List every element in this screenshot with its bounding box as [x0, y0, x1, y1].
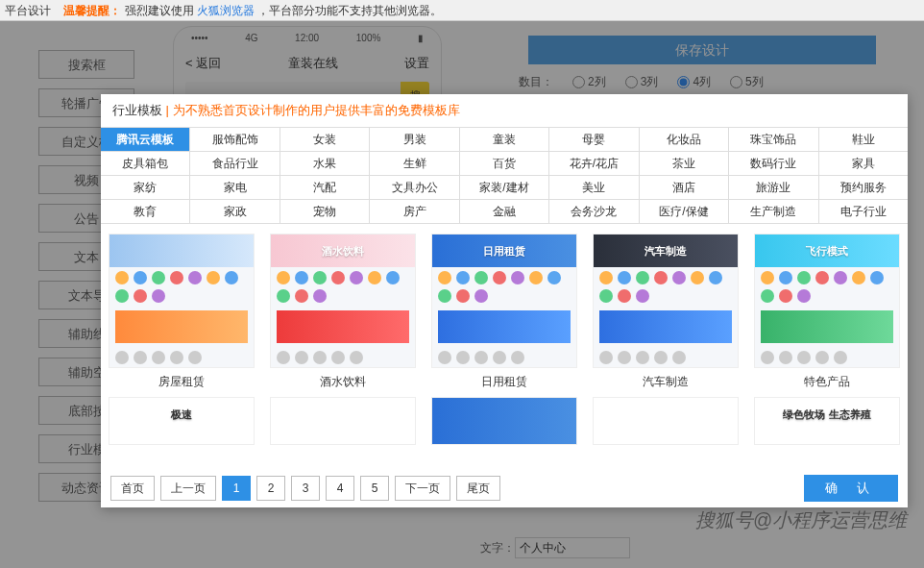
template-thumb[interactable]: 绿色牧场 生态养殖: [754, 397, 900, 445]
category-cell[interactable]: 数码行业: [729, 152, 818, 175]
pager-page[interactable]: 1: [222, 476, 251, 501]
category-cell[interactable]: 鞋业: [819, 128, 908, 151]
category-cell[interactable]: 美业: [549, 176, 639, 199]
pager-page[interactable]: 3: [291, 476, 320, 501]
template-thumb[interactable]: [431, 397, 577, 445]
template-name: 房屋租赁: [109, 374, 255, 389]
category-cell[interactable]: 预约服务: [819, 176, 908, 199]
category-cell[interactable]: 家装/建材: [460, 176, 549, 199]
category-cell[interactable]: 腾讯云模板: [101, 128, 190, 151]
pager-next[interactable]: 下一页: [395, 476, 450, 501]
template-thumb[interactable]: 汽车制造: [593, 234, 739, 368]
category-cell[interactable]: 文具办公: [370, 176, 459, 199]
template-name: 日用租赁: [431, 374, 577, 389]
category-cell[interactable]: 水果: [280, 152, 370, 175]
category-cell[interactable]: 电子行业: [819, 200, 908, 223]
category-cell[interactable]: 家政: [190, 200, 280, 223]
category-cell[interactable]: 家电: [190, 176, 280, 199]
category-cell[interactable]: 金融: [460, 200, 549, 223]
template-thumb[interactable]: 日用租赁: [431, 234, 577, 368]
category-cell[interactable]: 珠宝饰品: [729, 128, 818, 151]
category-cell[interactable]: 食品行业: [190, 152, 280, 175]
modal-footer: 首页 上一页 1 2 3 4 5 下一页 尾页 确 认: [101, 469, 908, 507]
category-cell[interactable]: 服饰配饰: [190, 128, 280, 151]
category-cell[interactable]: 茶业: [640, 152, 729, 175]
modal-title: 行业模板 | 为不熟悉首页设计制作的用户提供丰富的免费模板库: [101, 94, 908, 127]
pager-page[interactable]: 4: [326, 476, 354, 501]
category-cell[interactable]: 医疗/保健: [640, 200, 729, 223]
topbar-warn: 温馨提醒：: [63, 4, 121, 17]
category-cell[interactable]: 家具: [819, 152, 908, 175]
category-cell[interactable]: 家纺: [101, 176, 190, 199]
confirm-button[interactable]: 确 认: [804, 475, 898, 502]
template-thumb[interactable]: [593, 397, 739, 445]
pager-page[interactable]: 2: [256, 476, 285, 501]
pager-last[interactable]: 尾页: [456, 476, 500, 501]
category-cell[interactable]: 花卉/花店: [549, 152, 639, 175]
category-cell[interactable]: 生产制造: [729, 200, 818, 223]
top-warning-bar: 平台设计 温馨提醒： 强烈建议使用 火狐浏览器 ，平台部分功能不支持其他浏览器。: [0, 0, 924, 21]
template-name: 特色产品: [754, 374, 900, 389]
category-cell[interactable]: 化妆品: [640, 128, 729, 151]
template-modal: 行业模板 | 为不熟悉首页设计制作的用户提供丰富的免费模板库 腾讯云模板服饰配饰…: [101, 94, 908, 507]
category-cell[interactable]: 酒店: [640, 176, 729, 199]
template-thumb[interactable]: 酒水饮料: [270, 234, 416, 368]
template-thumb[interactable]: 极速: [109, 397, 255, 445]
category-cell[interactable]: 男装: [370, 128, 459, 151]
category-cell[interactable]: 会务沙龙: [549, 200, 639, 223]
template-name: 酒水饮料: [270, 374, 416, 389]
category-cell[interactable]: 百货: [460, 152, 549, 175]
category-grid: 腾讯云模板服饰配饰女装男装童装母婴化妆品珠宝饰品鞋业皮具箱包食品行业水果生鲜百货…: [101, 127, 908, 224]
category-cell[interactable]: 汽配: [280, 176, 370, 199]
category-cell[interactable]: 皮具箱包: [101, 152, 190, 175]
category-cell[interactable]: 教育: [101, 200, 190, 223]
category-cell[interactable]: 房产: [370, 200, 459, 223]
category-cell[interactable]: 生鲜: [370, 152, 459, 175]
template-thumb[interactable]: [109, 234, 255, 368]
category-cell[interactable]: 母婴: [549, 128, 639, 151]
category-cell[interactable]: 女装: [280, 128, 370, 151]
category-cell[interactable]: 宠物: [280, 200, 370, 223]
category-cell[interactable]: 童装: [460, 128, 549, 151]
template-thumb[interactable]: [270, 397, 416, 445]
template-thumb[interactable]: 飞行模式: [754, 234, 900, 368]
template-name: 汽车制造: [593, 374, 739, 389]
category-cell[interactable]: 旅游业: [729, 176, 818, 199]
topbar-label: 平台设计: [5, 4, 51, 17]
pager-prev[interactable]: 上一页: [160, 476, 216, 501]
pager-page[interactable]: 5: [360, 476, 389, 501]
firefox-link[interactable]: 火狐浏览器: [197, 4, 255, 17]
pager-first[interactable]: 首页: [110, 476, 155, 501]
template-list: 房屋租赁 酒水饮料 酒水饮料 日用租赁 日用租赁 汽车制造 汽车制造 飞行模式 …: [101, 224, 908, 469]
